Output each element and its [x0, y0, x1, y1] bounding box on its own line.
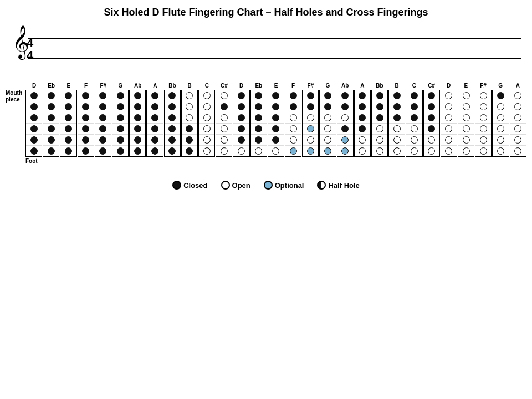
closed-hole	[82, 114, 89, 121]
open-hole	[445, 125, 452, 132]
hole-cell	[165, 134, 180, 145]
closed-hole	[65, 125, 72, 132]
closed-hole	[151, 125, 158, 132]
closed-hole	[151, 103, 158, 110]
hole-cell	[95, 90, 111, 101]
closed-hole	[238, 92, 245, 99]
closed-hole	[99, 147, 106, 155]
closed-hole	[376, 114, 383, 121]
hole-cell	[233, 134, 249, 145]
hole-cell	[303, 90, 318, 101]
closed-hole	[30, 125, 38, 132]
legend-halfhole: Half Hole	[317, 181, 359, 190]
open-hole	[393, 125, 401, 132]
open-hole	[221, 92, 228, 99]
hole-cell	[303, 101, 318, 112]
hole-cell	[337, 123, 353, 134]
closed-hole	[99, 92, 106, 99]
hole-cell	[216, 90, 232, 101]
hole-cell	[475, 90, 491, 101]
flute-column	[475, 90, 492, 157]
note-name: D	[233, 83, 250, 89]
note-name: F#	[95, 83, 112, 89]
flute-column	[371, 90, 388, 157]
flute-column	[146, 90, 163, 157]
open-hole	[290, 136, 297, 144]
closed-hole	[168, 114, 176, 121]
hole-cell	[458, 145, 474, 156]
closed-hole	[151, 114, 158, 121]
flute-column	[43, 90, 59, 157]
hole-cell	[389, 112, 405, 123]
note-name: B	[388, 83, 406, 89]
open-hole	[221, 114, 228, 121]
closed-hole	[134, 114, 141, 121]
foot-label: Foot	[25, 158, 526, 164]
hole-cell	[475, 145, 491, 156]
hole-cell	[95, 101, 111, 112]
flute-column	[492, 90, 509, 157]
closed-hole	[48, 125, 55, 132]
closed-hole	[117, 114, 124, 121]
hole-cell	[493, 145, 508, 156]
hole-cell	[199, 134, 214, 145]
note-name: C#	[423, 83, 440, 89]
closed-hole	[48, 92, 55, 99]
open-hole	[514, 103, 521, 110]
closed-hole	[151, 147, 158, 155]
open-hole	[445, 147, 452, 155]
closed-hole	[48, 103, 55, 110]
closed-hole	[411, 92, 418, 99]
hole-cell	[43, 123, 59, 134]
hole-cell	[130, 134, 145, 145]
hole-cell	[165, 101, 180, 112]
open-hole	[376, 136, 383, 144]
open-hole-icon	[221, 181, 230, 190]
note-name: C#	[216, 83, 233, 89]
hole-cell	[303, 134, 318, 145]
closed-hole	[134, 136, 141, 144]
hole-cell	[182, 145, 197, 156]
hole-cell	[147, 123, 162, 134]
open-hole	[514, 136, 521, 144]
closed-hole	[99, 114, 106, 121]
closed-hole	[221, 103, 228, 110]
open-hole	[514, 147, 521, 155]
open-hole	[359, 136, 366, 144]
hole-cell	[268, 123, 284, 134]
closed-hole	[238, 103, 245, 110]
hole-cell	[43, 145, 59, 156]
hole-cell	[441, 90, 457, 101]
hole-cell	[165, 145, 180, 156]
legend-optional: Optional	[264, 181, 304, 190]
note-name: F#	[474, 83, 492, 89]
legend-closed-label: Closed	[183, 181, 207, 190]
flute-column	[423, 90, 440, 157]
closed-hole	[65, 92, 72, 99]
hole-cell	[406, 101, 422, 112]
closed-hole	[428, 92, 435, 99]
staff-lines	[28, 38, 521, 71]
open-hole	[445, 136, 452, 144]
open-hole	[359, 147, 366, 155]
hole-cell	[320, 123, 335, 134]
hole-cell	[251, 112, 267, 123]
note-name: G	[319, 83, 336, 89]
flute-column	[285, 90, 301, 157]
hole-cell	[26, 145, 42, 156]
open-hole	[376, 147, 383, 155]
optional-hole-icon	[264, 181, 273, 190]
note-name: Bb	[163, 83, 181, 89]
hole-cell	[355, 123, 370, 134]
open-hole	[290, 114, 297, 121]
open-hole	[186, 103, 193, 110]
open-hole	[497, 103, 504, 110]
hole-cell	[337, 112, 353, 123]
open-hole	[445, 103, 452, 110]
closed-hole	[393, 92, 401, 99]
hole-cell	[372, 90, 387, 101]
hole-cell	[130, 123, 145, 134]
closed-hole	[272, 136, 279, 144]
hole-cell	[199, 90, 214, 101]
closed-hole	[393, 114, 401, 121]
